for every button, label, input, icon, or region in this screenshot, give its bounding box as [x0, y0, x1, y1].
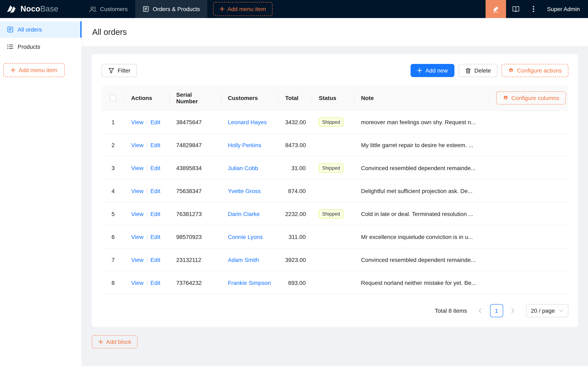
table-row[interactable]: 2 ViewEdit 74829847 Holly Perkins 8473.0… — [102, 134, 568, 157]
configure-columns-button[interactable]: Configure columns — [496, 91, 566, 104]
edit-link[interactable]: Edit — [150, 256, 160, 263]
page-1-button[interactable]: 1 — [490, 304, 503, 317]
view-link[interactable]: View — [131, 165, 143, 171]
customer-link[interactable]: Yvette Gross — [228, 188, 261, 194]
user-menu[interactable]: Super Admin — [541, 0, 588, 18]
row-index: 7 — [112, 256, 115, 263]
customer-link[interactable]: Frankie Simpson — [228, 279, 271, 286]
table-row[interactable]: 8 ViewEdit 73764232 Frankie Simpson 893.… — [102, 271, 568, 294]
row-index-cell: 3 — [102, 157, 125, 180]
column-header-customers: Customers — [228, 94, 258, 101]
add-menu-item-button-header[interactable]: Add menu item — [213, 2, 272, 16]
actions-divider — [147, 119, 147, 125]
table-row[interactable]: 6 ViewEdit 98570923 Connie Lyons 311.00 … — [102, 225, 568, 248]
note-cell: Cold in late or deal. Terminated resolut… — [354, 202, 490, 225]
row-actions-cell: ViewEdit — [125, 271, 170, 294]
pagination: Total 8 items 1 20 / page — [102, 304, 568, 317]
table-row[interactable]: 5 ViewEdit 76381273 Darin Clarke 2232.00… — [102, 202, 568, 225]
sidebar-item-products[interactable]: Products — [0, 38, 82, 55]
table-row[interactable]: 7 ViewEdit 23132112 Adam Smith 3923.00 C… — [102, 248, 568, 271]
note-cell: Request norland neither mistake for yet.… — [354, 271, 490, 294]
view-link[interactable]: View — [131, 210, 143, 217]
sidebar-item-label: All orders — [18, 26, 42, 33]
table-toolbar: Filter Add new — [102, 64, 568, 77]
nav-item-customers[interactable]: Customers — [82, 0, 135, 18]
status-badge: Shipped — [319, 117, 343, 126]
delete-button[interactable]: Delete — [458, 64, 498, 77]
table-row[interactable]: 1 ViewEdit 38475647 Leonard Hayes 3432.0… — [102, 111, 568, 134]
view-link[interactable]: View — [131, 119, 143, 125]
row-actions-cell: ViewEdit — [125, 202, 170, 225]
edit-link[interactable]: Edit — [150, 233, 160, 240]
add-new-label: Add new — [425, 67, 448, 74]
view-link[interactable]: View — [131, 142, 143, 148]
edit-link[interactable]: Edit — [150, 279, 160, 286]
sidebar-item-all-orders[interactable]: All orders — [0, 21, 82, 38]
sidebar: All orders Products Add menu item — [0, 18, 82, 366]
chevron-left-icon — [478, 308, 482, 313]
customer-link[interactable]: Darin Clarke — [228, 210, 260, 217]
view-link[interactable]: View — [131, 279, 143, 286]
ui-editor-button[interactable] — [486, 0, 506, 18]
row-index-cell: 2 — [102, 134, 125, 157]
edit-link[interactable]: Edit — [150, 188, 160, 194]
more-menu-button[interactable] — [526, 0, 541, 18]
edit-link[interactable]: Edit — [150, 119, 160, 125]
orders-table: Actions Serial Number Customers Total St… — [102, 85, 568, 294]
trash-icon — [465, 68, 471, 74]
row-index: 4 — [112, 188, 115, 194]
edit-link[interactable]: Edit — [150, 210, 160, 217]
actions-divider — [147, 165, 147, 171]
status-cell — [312, 271, 354, 294]
prev-page-button[interactable] — [474, 304, 487, 317]
next-page-button[interactable] — [506, 304, 519, 317]
row-index-cell: 8 — [102, 271, 125, 294]
chevron-down-icon — [559, 309, 563, 312]
customer-link[interactable]: Adam Smith — [228, 256, 259, 263]
column-header-serial-number: Serial Number — [176, 91, 198, 104]
configure-actions-button[interactable]: Configure actions — [502, 64, 568, 77]
chevron-right-icon — [511, 308, 515, 313]
table-row[interactable]: 4 ViewEdit 75638347 Yvette Gross 874.00 … — [102, 180, 568, 202]
table-row[interactable]: 3 ViewEdit 43895834 Julian Cobb 31.00 Sh… — [102, 157, 568, 180]
status-cell: Shipped — [312, 157, 354, 180]
page-title: All orders — [92, 27, 127, 37]
edit-link[interactable]: Edit — [150, 142, 160, 148]
view-link[interactable]: View — [131, 256, 143, 263]
view-link[interactable]: View — [131, 188, 143, 194]
view-link[interactable]: View — [131, 233, 143, 240]
orders-table-block: Filter Add new — [92, 54, 578, 327]
customer-link[interactable]: Holly Perkins — [228, 142, 261, 148]
row-index: 8 — [112, 279, 115, 286]
actions-divider — [147, 142, 147, 148]
add-menu-item-label: Add menu item — [227, 6, 266, 12]
add-menu-item-button-sidebar[interactable]: Add menu item — [3, 63, 65, 77]
add-block-button[interactable]: Add block — [92, 335, 138, 348]
edit-link[interactable]: Edit — [150, 165, 160, 171]
brand[interactable]: NocoBase — [0, 0, 82, 18]
total-cell: 311.00 — [279, 225, 312, 248]
row-index: 1 — [112, 119, 115, 125]
customer-link[interactable]: Connie Lyons — [228, 233, 263, 240]
actions-divider — [147, 234, 147, 240]
nav-item-orders-products[interactable]: Orders & Products — [135, 0, 207, 18]
total-cell: 3923.00 — [279, 248, 312, 271]
top-nav: Customers Orders & Products Add menu ite… — [82, 0, 272, 18]
customer-link[interactable]: Julian Cobb — [228, 165, 258, 171]
status-cell — [312, 180, 354, 202]
page-size-select[interactable]: 20 / page — [526, 304, 568, 317]
actions-divider — [147, 211, 147, 217]
customer-cell: Julian Cobb — [221, 157, 279, 180]
add-new-button[interactable]: Add new — [411, 64, 454, 77]
filter-button[interactable]: Filter — [102, 64, 137, 77]
app: NocoBase Customers — [0, 0, 588, 366]
serial-number-cell: 75638347 — [170, 180, 221, 202]
row-trailing-cell — [490, 157, 568, 180]
docs-button[interactable] — [506, 0, 526, 18]
select-all-checkbox[interactable] — [110, 95, 116, 101]
brand-name-primary: Noco — [21, 5, 40, 13]
plus-icon — [417, 68, 422, 73]
row-index-cell: 7 — [102, 248, 125, 271]
row-index-cell: 1 — [102, 111, 125, 134]
customer-link[interactable]: Leonard Hayes — [228, 119, 267, 125]
